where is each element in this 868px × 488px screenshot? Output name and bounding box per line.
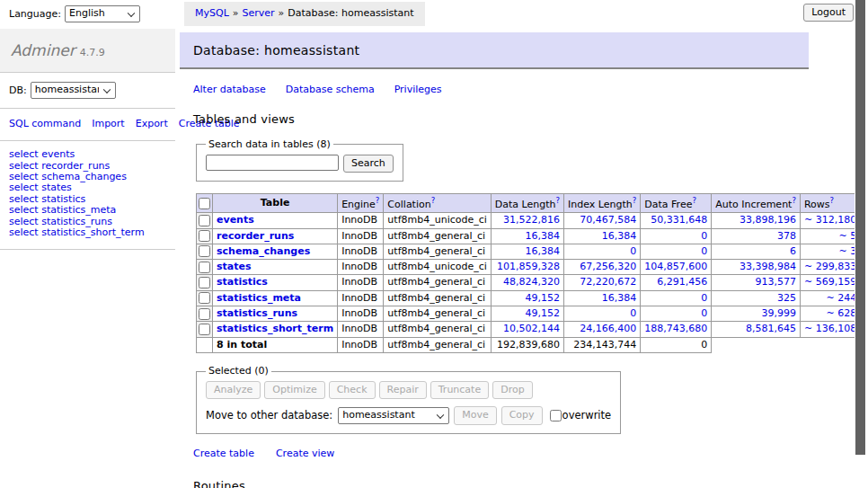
help-link[interactable]: ? bbox=[692, 196, 696, 205]
sidebar-table-link[interactable]: select schema_changes bbox=[9, 171, 127, 182]
breadcrumb-link-mysql[interactable]: MySQL bbox=[195, 7, 229, 19]
cell-rows-link[interactable]: ~ 136,108 bbox=[804, 323, 856, 334]
table-link[interactable]: recorder_runs bbox=[217, 230, 294, 242]
search-input[interactable] bbox=[206, 155, 339, 171]
help-link[interactable]: ? bbox=[792, 196, 796, 205]
move-db-select[interactable]: homeassistant bbox=[338, 407, 449, 424]
breadcrumb-link-server[interactable]: Server bbox=[243, 7, 275, 19]
cell-auto-increment-link[interactable]: 8,581,645 bbox=[746, 323, 796, 334]
cell-data-free-link[interactable]: 0 bbox=[701, 245, 707, 257]
row-checkbox[interactable] bbox=[199, 277, 210, 288]
cell-auto-increment-link[interactable]: 33,398,984 bbox=[740, 261, 796, 272]
cell-data-length-link[interactable]: 31,522,816 bbox=[503, 214, 560, 226]
overwrite-checkbox[interactable] bbox=[550, 410, 562, 421]
row-checkbox[interactable] bbox=[199, 308, 210, 320]
cell-data-length-link[interactable]: 49,152 bbox=[526, 292, 561, 304]
table-link[interactable]: statistics_runs bbox=[217, 307, 297, 319]
cell-rows-link[interactable]: ~ 628 bbox=[826, 307, 856, 319]
cell-data-free-link[interactable]: 188,743,680 bbox=[644, 323, 707, 334]
row-checkbox[interactable] bbox=[199, 324, 210, 335]
cell-data-free-link[interactable]: 0 bbox=[701, 292, 707, 304]
truncate-button[interactable]: Truncate bbox=[430, 381, 489, 399]
table-row: statistics_short_termInnoDButf8mb4_gener… bbox=[197, 322, 868, 337]
sidebar-table-link[interactable]: select statistics bbox=[9, 193, 85, 205]
optimize-button[interactable]: Optimize bbox=[264, 381, 324, 399]
sidebar-link-import[interactable]: Import bbox=[92, 118, 125, 129]
sidebar-link-export[interactable]: Export bbox=[136, 118, 168, 129]
cell-index-length-link[interactable]: 72,220,672 bbox=[580, 276, 636, 288]
cell-index-length-link[interactable]: 16,384 bbox=[602, 230, 637, 242]
row-checkbox[interactable] bbox=[199, 292, 210, 304]
row-checkbox[interactable] bbox=[199, 230, 210, 242]
help-link[interactable]: ? bbox=[376, 196, 380, 205]
help-link[interactable]: ? bbox=[556, 196, 561, 205]
cell-auto-increment-link[interactable]: 6 bbox=[790, 245, 796, 257]
row-checkbox[interactable] bbox=[199, 262, 210, 273]
row-checkbox[interactable] bbox=[199, 245, 210, 257]
sidebar-table-link[interactable]: select events bbox=[9, 148, 75, 160]
sidebar-table-link[interactable]: select statistics_runs bbox=[9, 216, 112, 227]
cell-rows-link[interactable]: ~ 569,159 bbox=[804, 276, 856, 288]
sidebar-table-link[interactable]: select states bbox=[9, 182, 72, 193]
db-select[interactable]: homeassistant bbox=[31, 82, 116, 99]
link-privileges[interactable]: Privileges bbox=[394, 84, 442, 95]
copy-button[interactable]: Copy bbox=[501, 406, 543, 424]
table-link[interactable]: events bbox=[217, 214, 254, 226]
search-button[interactable]: Search bbox=[343, 155, 394, 173]
row-checkbox-cell bbox=[197, 213, 213, 228]
repair-button[interactable]: Repair bbox=[379, 381, 427, 399]
cell-auto-increment-link[interactable]: 378 bbox=[777, 230, 796, 242]
page-scrollbar[interactable] bbox=[855, 0, 868, 488]
check-button[interactable]: Check bbox=[329, 381, 376, 399]
link-create-table[interactable]: Create table bbox=[193, 448, 254, 459]
cell-auto-increment-link[interactable]: 913,577 bbox=[755, 276, 796, 288]
cell-data-free-link[interactable]: 50,331,648 bbox=[651, 214, 707, 226]
sidebar-link-sql-command[interactable]: SQL command bbox=[9, 118, 81, 129]
table-link[interactable]: statistics bbox=[217, 276, 268, 288]
cell-index-length-link[interactable]: 0 bbox=[630, 245, 636, 257]
language-select[interactable]: English bbox=[65, 5, 140, 22]
table-link[interactable]: statistics_meta bbox=[217, 292, 301, 304]
table-link[interactable]: statistics_short_term bbox=[217, 323, 333, 334]
drop-button[interactable]: Drop bbox=[492, 381, 532, 399]
cell-data-length-link[interactable]: 48,824,320 bbox=[503, 276, 560, 288]
cell-auto-increment-link[interactable]: 325 bbox=[777, 292, 796, 304]
cell-data-free-link[interactable]: 0 bbox=[701, 307, 707, 319]
logout-button[interactable]: Logout bbox=[803, 4, 854, 22]
link-alter-database[interactable]: Alter database bbox=[193, 84, 266, 95]
cell-data-length-link[interactable]: 16,384 bbox=[526, 230, 561, 242]
cell-data-length-link[interactable]: 16,384 bbox=[526, 245, 561, 257]
cell-index-length-link[interactable]: 16,384 bbox=[602, 292, 637, 304]
cell-data-free-link[interactable]: 0 bbox=[701, 230, 707, 242]
cell-data-length-link[interactable]: 49,152 bbox=[526, 307, 561, 319]
cell-index-length-link[interactable]: 24,166,400 bbox=[580, 323, 636, 334]
cell-rows-link[interactable]: ~ 244 bbox=[826, 292, 856, 304]
cell-rows-link[interactable]: ~ 312,180 bbox=[804, 214, 856, 226]
sidebar-table-link[interactable]: select recorder_runs bbox=[9, 160, 110, 172]
analyze-button[interactable]: Analyze bbox=[206, 381, 261, 399]
cell-data-length-link[interactable]: 101,859,328 bbox=[497, 261, 560, 272]
table-link[interactable]: states bbox=[217, 261, 252, 272]
cell-index-length-link[interactable]: 0 bbox=[630, 307, 636, 319]
cell-data-free-link[interactable]: 6,291,456 bbox=[657, 276, 707, 288]
table-name-cell: statistics_meta bbox=[213, 290, 338, 306]
cell-data-length-link[interactable]: 10,502,144 bbox=[503, 323, 560, 334]
row-checkbox[interactable] bbox=[199, 215, 210, 226]
cell-auto-increment-link[interactable]: 39,999 bbox=[761, 307, 796, 319]
sidebar-table-link[interactable]: select statistics_short_term bbox=[9, 226, 145, 238]
help-link[interactable]: ? bbox=[431, 196, 436, 205]
cell-rows-link[interactable]: ~ 299,833 bbox=[804, 261, 856, 272]
table-link[interactable]: schema_changes bbox=[217, 245, 310, 257]
move-button[interactable]: Move bbox=[454, 406, 497, 424]
cell-data-free-link[interactable]: 104,857,600 bbox=[644, 261, 707, 272]
link-database-schema[interactable]: Database schema bbox=[286, 84, 375, 95]
help-link[interactable]: ? bbox=[633, 196, 637, 205]
scrollbar-thumb[interactable] bbox=[855, 0, 865, 455]
sidebar-table-link[interactable]: select statistics_meta bbox=[9, 204, 116, 216]
cell-index-length-link[interactable]: 67,256,320 bbox=[580, 261, 636, 272]
cell-auto-increment-link[interactable]: 33,898,196 bbox=[740, 214, 796, 226]
select-all-checkbox[interactable] bbox=[199, 198, 210, 209]
link-create-view[interactable]: Create view bbox=[276, 448, 334, 459]
help-link[interactable]: ? bbox=[830, 196, 835, 205]
cell-index-length-link[interactable]: 70,467,584 bbox=[580, 214, 636, 226]
